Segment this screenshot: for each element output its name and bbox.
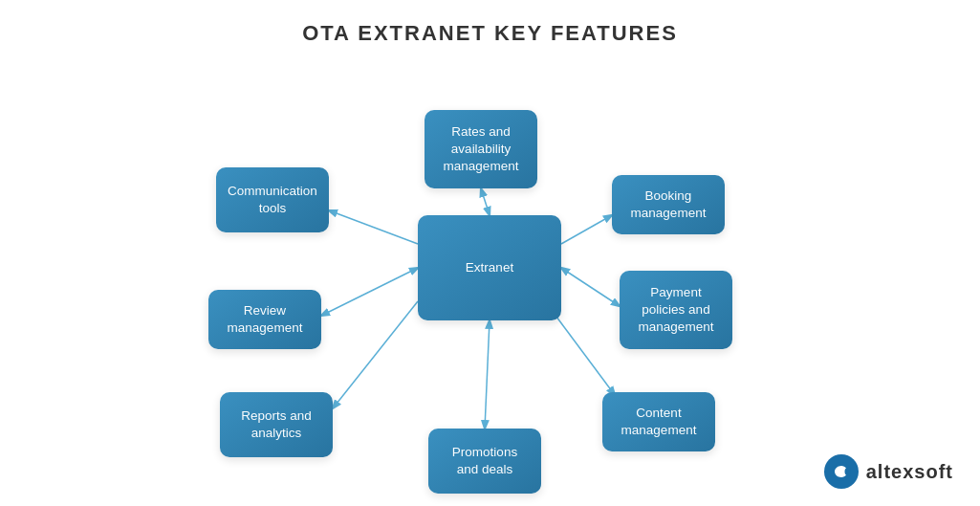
svg-line-4 xyxy=(485,320,490,429)
svg-line-2 xyxy=(561,268,620,306)
node-content: Content management xyxy=(602,392,715,451)
node-promotions: Promotions and deals xyxy=(428,429,541,494)
node-payment: Payment policies and management xyxy=(620,271,732,349)
communication-label: Communication tools xyxy=(228,183,317,217)
node-review: Review management xyxy=(208,290,321,349)
booking-label: Booking management xyxy=(623,187,713,222)
node-rates: Rates and availability management xyxy=(425,110,537,188)
page-title: OTA EXTRANET KEY FEATURES xyxy=(0,0,980,46)
reports-label: Reports and analytics xyxy=(231,407,321,442)
node-booking: Booking management xyxy=(612,175,725,234)
promotions-label: Promotions and deals xyxy=(440,444,530,478)
rates-label: Rates and availability management xyxy=(436,123,526,176)
content-label: Content management xyxy=(614,405,704,439)
svg-line-1 xyxy=(561,215,612,244)
review-label: Review management xyxy=(220,302,310,337)
svg-line-5 xyxy=(333,301,418,408)
svg-line-7 xyxy=(329,210,418,244)
payment-label: Payment policies and management xyxy=(631,284,721,337)
svg-line-0 xyxy=(481,188,490,215)
node-reports: Reports and analytics xyxy=(220,392,333,457)
logo-text: altexsoft xyxy=(866,461,953,483)
logo-area: altexsoft xyxy=(824,454,953,489)
node-communication: Communication tools xyxy=(216,167,329,232)
svg-line-6 xyxy=(321,268,418,316)
center-label: Extranet xyxy=(466,259,513,276)
center-node: Extranet xyxy=(418,215,561,320)
logo-icon xyxy=(824,454,859,489)
diagram: Extranet Rates and availability manageme… xyxy=(0,53,980,502)
